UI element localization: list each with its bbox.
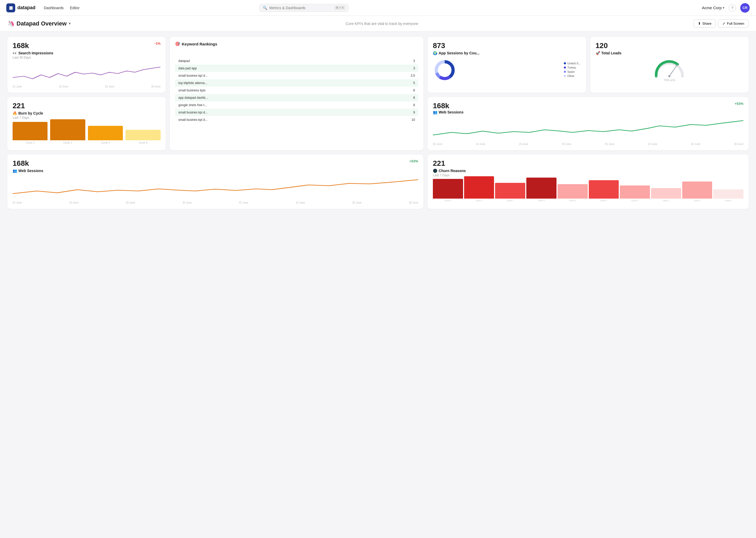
churn-bar-col: Cycle 1	[713, 189, 743, 202]
legend-dot	[564, 75, 566, 77]
search-icon: 🔍	[263, 6, 267, 10]
churn-bar-col: Cycle 1	[589, 180, 619, 202]
legend-dot	[564, 62, 566, 64]
bar-label: Cycle 2	[63, 141, 72, 144]
churn-bar-rect	[557, 184, 588, 198]
badge-positive: +53%	[409, 159, 418, 163]
churn-bar-col: Cycle 1	[651, 188, 681, 202]
card-label: 👀 Search Impressions	[13, 51, 161, 55]
badge-positive: +53%	[734, 102, 743, 106]
churn-bar-col: Cycle 1	[557, 184, 588, 202]
churn-bar-rect	[464, 176, 494, 198]
search-shortcut: ⌘ + K	[334, 6, 345, 10]
churn-bar-rect	[589, 180, 619, 198]
logo-icon: ▦	[6, 3, 15, 12]
kw-query: small busines kpi d...	[175, 72, 330, 79]
kw-emoji: 🎯	[175, 41, 180, 46]
card-top: 221	[433, 159, 743, 169]
churn-bar-label: Cycle 1	[445, 199, 451, 202]
kw-pos: 3.5	[330, 72, 418, 79]
dropdown-icon[interactable]: ▾	[69, 22, 71, 26]
kw-pos: 8	[330, 87, 418, 94]
card-burn-by-cycle: 221 🔥 Burn by Cycle Last 7 Days Cycle 1C…	[7, 97, 165, 150]
table-row: google shets free t...8	[175, 101, 418, 109]
donut-chart	[433, 58, 456, 82]
nav-dashboards[interactable]: Dashboards	[44, 5, 64, 11]
churn-bar-rect	[526, 178, 556, 198]
card-label: 🌑 Churn Reasons	[433, 169, 743, 173]
table-row: small busines kpi d...3.5	[175, 72, 418, 79]
company-selector[interactable]: Acme Corp ▾	[702, 6, 725, 10]
churn-bar-label: Cycle 1	[725, 199, 732, 202]
fullscreen-button[interactable]: ⤢ Full Screen	[718, 20, 749, 27]
label-emoji: 🌍	[433, 51, 437, 55]
nav-right: Acme Corp ▾ ? CR	[702, 3, 750, 13]
kw-pos: 3	[330, 65, 418, 72]
keyword-table: Search Query Avg. Pos. datapad3data pad …	[175, 49, 418, 124]
dashboard-emoji: 🦄	[7, 20, 15, 27]
kw-query: app datapad dashb...	[175, 94, 330, 101]
metric-value: 221	[13, 102, 25, 110]
avatar[interactable]: CR	[740, 3, 750, 13]
spark-chart	[433, 118, 743, 141]
legend-dot	[564, 71, 566, 73]
kw-query: google shets free t...	[175, 101, 330, 109]
gauge-chart	[652, 58, 686, 78]
help-button[interactable]: ?	[729, 4, 736, 12]
churn-bar-col: Cycle 1	[464, 176, 494, 202]
metric-value: 221	[433, 159, 445, 168]
table-row: top klipfolio alterna...5	[175, 79, 418, 87]
card-churn-reasons: 221 🌑 Churn Reasons Last 7 Days Cycle 1C…	[428, 154, 749, 209]
navbar: ▦ datapad Dashboards Editor 🔍 ⌘ + K Acme…	[0, 0, 756, 16]
header-bar: 🦄 Datapad Overview ▾ Core KPI's that are…	[0, 16, 756, 31]
churn-bar-label: Cycle 1	[600, 199, 607, 202]
kw-pos: 10	[330, 116, 418, 124]
svg-point-5	[668, 75, 670, 77]
chart-labels: 01 June 10 June 20 June 30 June 01 June …	[13, 201, 418, 204]
churn-bar-col: Cycle 1	[433, 179, 463, 202]
search-input[interactable]	[269, 6, 332, 10]
card-label: 👥 Web Sessions	[13, 169, 418, 173]
nav-editor[interactable]: Editor	[70, 5, 80, 11]
churn-bar-rect	[433, 179, 463, 198]
churn-bar-rect	[682, 182, 712, 198]
card-top: 120	[595, 41, 743, 51]
label-emoji: 🚀	[595, 51, 600, 55]
chart-labels: 01 June 10 June 20 June 30 June 01 June …	[433, 143, 743, 145]
churn-bar-col: Cycle 1	[682, 182, 712, 202]
share-button[interactable]: ⬆ Share	[693, 20, 716, 27]
card-sub: Last 30 Days	[13, 56, 161, 59]
svg-line-4	[669, 64, 678, 76]
bar-rect	[88, 126, 123, 140]
spark-chart	[13, 177, 418, 200]
label-emoji: 🌑	[433, 169, 437, 173]
kw-query: small busines kpi d...	[175, 116, 330, 124]
card-top: 873	[433, 41, 581, 51]
donut-legend: United S... Turkey Spain Other	[564, 62, 581, 79]
card-sub: Last 7 Days	[13, 116, 161, 120]
bar-label: Cycle 4	[139, 141, 147, 144]
metric-value: 168k	[13, 41, 29, 50]
spark-chart	[13, 63, 161, 84]
card-web-sessions-main: 168k +53% 👥 Web Sessions 01 June 10 June…	[428, 97, 749, 150]
table-row: data pad app3	[175, 65, 418, 72]
bar-col: Cycle 3	[88, 126, 123, 144]
logo[interactable]: ▦ datapad	[6, 3, 35, 12]
dashboard-subtitle: Core KPI's that are vital to track by ev…	[346, 22, 418, 26]
kw-query: data pad app	[175, 65, 330, 72]
kw-pos: 9	[330, 109, 418, 116]
bar-col: Cycle 2	[50, 119, 85, 144]
churn-bar-rect	[713, 189, 743, 198]
table-row: small busines kpi d...9	[175, 109, 418, 116]
table-row: small business kpis8	[175, 87, 418, 94]
bar-rect	[125, 130, 161, 140]
bar-rect	[50, 119, 85, 140]
donut-area: United S... Turkey Spain Other	[433, 58, 581, 82]
search-bar[interactable]: 🔍 ⌘ + K	[260, 4, 349, 12]
churn-bar-label: Cycle 1	[507, 199, 514, 202]
metric-value: 168k	[13, 159, 29, 168]
chevron-down-icon: ▾	[723, 6, 725, 10]
badge-negative: -1%	[154, 41, 161, 45]
table-row: datapad3	[175, 57, 418, 65]
legend-item: Spain	[564, 70, 581, 73]
